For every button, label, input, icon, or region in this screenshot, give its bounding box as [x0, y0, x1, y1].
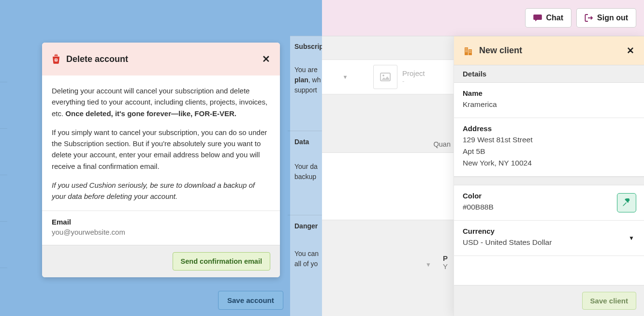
text: Apt 5B — [463, 147, 485, 155]
chat-button[interactable]: Chat — [525, 8, 571, 28]
text: You can — [294, 250, 319, 257]
sign-out-label: Sign out — [597, 14, 628, 22]
p-label: P Y — [443, 254, 454, 271]
text: , wh — [308, 76, 321, 84]
panel-footer: Save client — [454, 285, 644, 316]
modal-paragraph: If you simply want to cancel your subscr… — [52, 127, 270, 172]
text: support — [294, 86, 317, 94]
save-account-button[interactable]: Save account — [218, 291, 283, 310]
email-field[interactable] — [52, 228, 270, 236]
modal-title: Delete account — [66, 54, 128, 64]
address-field[interactable]: Address 129 West 81st Street Apt 5B New … — [454, 118, 644, 177]
chat-label: Chat — [546, 14, 563, 22]
section-data-body: Your da backup — [288, 155, 326, 189]
svg-rect-14 — [470, 52, 471, 53]
section-subscription-body: You are plan, wh support — [288, 58, 326, 102]
text: Your da — [294, 163, 318, 170]
section-gap — [454, 177, 644, 185]
text: plan — [294, 76, 308, 84]
text: P — [443, 254, 448, 262]
quantity-header: Quan — [434, 140, 454, 148]
email-label: Email — [52, 218, 270, 226]
color-picker-button[interactable] — [617, 193, 636, 212]
email-section: Email — [42, 211, 280, 245]
modal-paragraph: If you used Cushion seriously, be sure t… — [52, 180, 270, 202]
mid-table-body — [322, 152, 454, 220]
right-body: ▼ Project - Quan ▼ P Y — [322, 36, 644, 316]
address-label: Address — [463, 124, 635, 133]
chevron-down-icon[interactable]: ▼ — [425, 261, 431, 268]
panel-header: New client ✕ — [454, 36, 644, 65]
section-danger-body: You can all of yo — [288, 242, 326, 276]
chevron-down-icon[interactable]: ▼ — [322, 60, 368, 94]
eyedropper-icon — [622, 198, 631, 207]
modal-header: Delete account ✕ — [42, 43, 280, 75]
color-label: Color — [463, 192, 635, 200]
text: 129 West 81st Street — [463, 135, 532, 144]
name-label: Name — [463, 89, 635, 97]
svg-rect-10 — [467, 51, 468, 52]
project-dash: - — [402, 77, 425, 85]
svg-rect-3 — [465, 47, 468, 55]
new-client-panel: New client ✕ Details Name Kramerica Addr… — [454, 36, 644, 316]
color-field[interactable]: Color #00B88B — [454, 185, 644, 221]
delete-account-modal: Delete account ✕ Deleting your account w… — [42, 43, 280, 277]
right-region: Chat Sign out ▼ Project - Quan ▼ — [322, 0, 644, 316]
svg-rect-8 — [467, 50, 468, 51]
section-subscription-header: Subscription — [288, 36, 326, 57]
close-icon[interactable]: ✕ — [627, 45, 634, 56]
svg-point-2 — [382, 75, 384, 76]
text: all of yo — [294, 260, 318, 268]
svg-rect-13 — [469, 52, 470, 53]
left-region: Subscription You are plan, wh support Da… — [0, 0, 322, 316]
chevron-down-icon[interactable]: ▼ — [629, 235, 634, 241]
project-label: Project — [402, 69, 425, 77]
project-card[interactable]: ▼ Project - — [322, 60, 454, 94]
text: New York, NY 10024 — [463, 159, 532, 167]
section-danger-header: Danger — [288, 215, 326, 237]
text: backup — [294, 173, 316, 181]
svg-rect-11 — [469, 50, 470, 51]
text: Once deleted, it's gone forever—like, FO… — [65, 109, 236, 118]
section-data-header: Data — [288, 131, 326, 152]
currency-value: USD - United States Dollar — [463, 237, 635, 248]
color-value: #00B88B — [463, 201, 635, 213]
svg-rect-9 — [466, 51, 467, 52]
svg-rect-4 — [468, 49, 472, 55]
building-icon — [464, 46, 473, 56]
text: You are — [294, 66, 318, 74]
text: Y — [443, 262, 448, 271]
currency-field[interactable]: Currency USD - United States Dollar ▼ — [454, 221, 644, 256]
app-header: Chat Sign out — [322, 0, 644, 36]
details-header: Details — [454, 65, 644, 83]
address-value: 129 West 81st Street Apt 5B New York, NY… — [463, 134, 635, 169]
modal-paragraph: Deleting your account will cancel your s… — [52, 85, 270, 119]
chat-icon — [533, 14, 542, 22]
image-placeholder-icon[interactable] — [373, 65, 397, 89]
svg-rect-7 — [466, 50, 467, 51]
modal-footer: Send confirmation email — [42, 245, 280, 277]
trash-icon — [52, 54, 60, 64]
svg-rect-6 — [467, 48, 468, 49]
left-row-stripes — [0, 36, 7, 316]
save-client-button[interactable]: Save client — [582, 292, 636, 310]
svg-rect-12 — [470, 50, 471, 51]
modal-body: Deleting your account will cancel your s… — [42, 75, 280, 211]
mid-column: ▼ Project - Quan ▼ P Y — [322, 36, 454, 316]
svg-rect-5 — [466, 48, 467, 49]
currency-label: Currency — [463, 227, 635, 235]
sign-out-button[interactable]: Sign out — [576, 8, 636, 28]
send-confirmation-button[interactable]: Send confirmation email — [173, 252, 270, 271]
sign-out-icon — [585, 14, 593, 22]
panel-title: New client — [479, 45, 522, 56]
close-icon[interactable]: ✕ — [262, 53, 270, 65]
name-value: Kramerica — [463, 99, 635, 110]
name-field[interactable]: Name Kramerica — [454, 83, 644, 118]
